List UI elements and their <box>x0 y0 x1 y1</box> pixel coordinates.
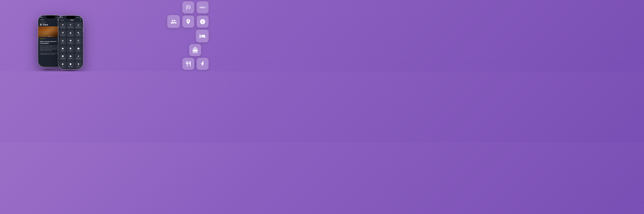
notch-left <box>46 15 55 18</box>
museen-label: Museen <box>62 50 64 51</box>
phone-right-container: 9:41 ●●● ▲ ▮ Zurück Tipps ✕ <box>58 16 83 69</box>
handwerk-label: Handwerk <box>77 35 80 35</box>
left-back-label: Zurück <box>41 19 44 20</box>
icons-row-1 <box>167 1 208 13</box>
right-nav-bar: Zurück Tipps ✕ <box>58 18 83 21</box>
wohlfuhlen-icon <box>70 55 72 58</box>
image-dots <box>48 36 52 36</box>
kaffee-label: Kaffee & Kuchen <box>76 27 81 28</box>
right-phone-screen: 9:41 ●●● ▲ ▮ Zurück Tipps ✕ <box>58 16 83 69</box>
mute-button-right <box>58 26 58 29</box>
phone-right: 9:41 ●●● ▲ ▮ Zurück Tipps ✕ <box>58 16 83 69</box>
tips-cell-kaffee[interactable]: Kaffee & Kuchen <box>75 22 82 29</box>
wohlfuhlen-label: Wohlfühlen <box>69 58 72 59</box>
tips-cell-restaurants[interactable]: Restaurants <box>59 30 66 37</box>
familien-icon <box>62 39 64 42</box>
icons-row-4 <box>167 44 208 56</box>
close-button-right[interactable]: ✕ <box>80 19 81 21</box>
kunst-icon <box>62 63 64 66</box>
touren-label: Touren <box>77 66 80 67</box>
imbiss-label: Imbiss & Food <box>68 35 73 35</box>
bars-label: Bars & Kneipen <box>68 27 73 28</box>
main-scene: 9:41 ●●● ▲ ▮ Zurück ♥ ✕ <box>0 0 214 71</box>
dot-3 <box>51 36 51 36</box>
location-label: 📍 Heringsdorf <box>40 21 46 22</box>
tips-cell-theater[interactable]: Theater <box>75 46 82 53</box>
bars-icon <box>70 24 72 26</box>
family-bubble <box>167 15 180 28</box>
pin-icon: 📍 <box>40 22 41 22</box>
tips-title: Tipps <box>70 19 74 21</box>
ausstellungen-label: Ausstellungen <box>60 58 65 59</box>
notch-right <box>66 16 75 19</box>
power-button-right <box>83 28 83 32</box>
touren-icon <box>78 63 80 66</box>
restaurants-icon <box>62 32 64 34</box>
tips-cell-regionales[interactable]: Regionales <box>67 38 74 45</box>
floating-icons <box>167 1 208 70</box>
geheimtipps-label: Geheimtipps <box>68 66 72 67</box>
sport-icon <box>78 55 80 58</box>
dot-2 <box>50 36 50 36</box>
right-back-button[interactable]: Zurück <box>60 19 64 21</box>
right-wifi-icon: ▲ <box>79 17 80 18</box>
kaffee-icon <box>78 24 80 26</box>
ausflugsziele-icon <box>62 24 64 26</box>
location-bubble <box>182 16 194 28</box>
theater-label: Theater <box>77 50 80 51</box>
signpost-bubble <box>182 1 194 13</box>
ausstellungen-icon <box>62 55 64 58</box>
tips-cell-bars[interactable]: Bars & Kneipen <box>67 22 74 29</box>
regionales-label: Regionales <box>69 42 72 43</box>
kino-label: Kino <box>70 50 71 51</box>
theater-icon <box>78 47 80 50</box>
right-signal-icon: ●●● <box>77 17 78 18</box>
left-time: 9:41 <box>40 16 42 18</box>
regionales-icon <box>70 39 72 42</box>
right-status-icons: ●●● ▲ ▮ <box>77 17 81 18</box>
tips-cell-museen[interactable]: Museen <box>59 46 66 53</box>
right-back-label: Zurück <box>61 19 64 20</box>
phone-left-shadow <box>39 69 57 71</box>
dot-1 <box>48 36 49 36</box>
tips-cell-sport[interactable]: Sport & Action <box>75 53 82 61</box>
tips-grid: Ausflugsziele Bars & Kneipen Kaffee & Ku… <box>58 21 83 69</box>
museen-icon <box>62 47 64 50</box>
star-rating: ★★★★★ <box>40 38 44 39</box>
left-back-button[interactable]: Zurück <box>40 19 44 20</box>
review-count: (4) <box>45 38 46 39</box>
tips-cell-imbiss[interactable]: Imbiss & Food <box>67 30 74 37</box>
dot-4 <box>52 36 52 36</box>
ausflugsziele-label: Ausflugsziele <box>60 27 65 28</box>
right-battery-icon: ▮ <box>80 17 81 18</box>
tips-cell-ausflugsziele[interactable]: Ausflugsziele <box>59 22 66 29</box>
ship-bubble <box>189 44 201 56</box>
volume-down-right <box>58 36 58 41</box>
restaurant-bubble <box>182 58 194 70</box>
restaurants-label: Restaurants <box>61 35 65 35</box>
tips-cell-wohlfuhlen[interactable]: Wohlfühlen <box>67 53 74 61</box>
tips-cell-handwerk[interactable]: Handwerk <box>75 30 82 37</box>
dog-bubble <box>197 1 208 13</box>
tips-cell-ausstellungen[interactable]: Ausstellungen <box>59 53 66 61</box>
hotel-bubble <box>196 30 208 42</box>
volume-up-right <box>58 31 58 35</box>
info-bubble <box>197 16 208 28</box>
tips-cell-geheimtipps[interactable]: Geheimtipps <box>67 61 74 69</box>
tips-cell-kunst[interactable]: Kunst <box>59 61 66 69</box>
geheimtipps-icon <box>70 63 72 66</box>
location-name: Heringsdorf <box>41 22 46 22</box>
sport-label: Sport & Action <box>76 58 81 59</box>
icons-row-5 <box>167 58 208 70</box>
nightlife-label: Nightlife <box>77 42 80 43</box>
kunst-label: Kunst <box>62 66 64 67</box>
icons-row-2 <box>167 15 208 28</box>
right-time: 9:41 <box>60 17 63 18</box>
handwerk-icon <box>78 32 80 34</box>
tips-cell-familien[interactable]: Familien <box>59 38 66 45</box>
tips-cell-touren[interactable]: Touren <box>75 61 82 69</box>
phone-left-container: 9:41 ●●● ▲ ▮ Zurück ♥ ✕ <box>38 17 58 68</box>
icons-row-3 <box>167 30 208 42</box>
tips-cell-kino[interactable]: Kino <box>67 46 74 53</box>
tips-cell-nightlife[interactable]: Nightlife <box>75 38 82 45</box>
